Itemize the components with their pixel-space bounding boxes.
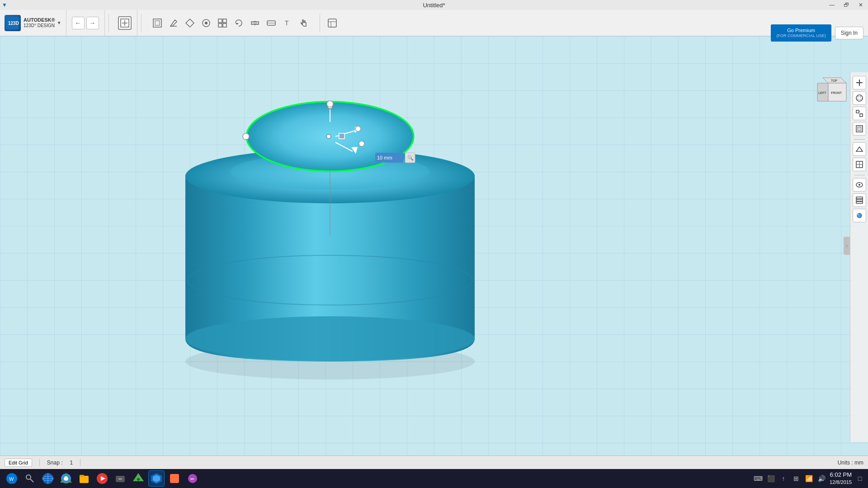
visibility-button[interactable] [853, 178, 866, 192]
render-button[interactable] [853, 209, 866, 222]
right-divider-2 [854, 175, 865, 175]
taskbar-files[interactable] [76, 470, 92, 487]
cylinder-3d[interactable]: 10 mm 🔍 [127, 63, 533, 389]
svg-rect-5 [153, 19, 161, 27]
zoom-in-button[interactable] [853, 76, 866, 89]
logo-dropdown-icon[interactable]: ▼ [57, 20, 61, 25]
svg-rect-74 [856, 202, 863, 203]
svg-line-80 [30, 479, 33, 482]
taskbar-app1[interactable] [130, 470, 146, 487]
taskbar-globe[interactable] [40, 470, 56, 487]
shape-tools-group [113, 10, 137, 36]
svg-rect-73 [856, 199, 863, 201]
grab-tool[interactable] [297, 16, 311, 30]
frame-button[interactable] [853, 122, 866, 136]
restore-button[interactable]: 🗗 [839, 0, 854, 10]
taskbar-app2[interactable] [148, 470, 165, 487]
clock: 6:02 PM 12/8/2015 [830, 471, 852, 485]
grid-tool[interactable] [216, 16, 229, 30]
perspective-button[interactable] [853, 142, 866, 156]
toolbar: 123D AUTODESK® 123D° DESIGN ▼ ← → [0, 10, 868, 36]
svg-point-42 [243, 133, 249, 140]
right-divider [854, 139, 865, 140]
svg-point-36 [326, 134, 331, 139]
left-panel-tab[interactable]: › [844, 237, 850, 255]
svg-point-93 [137, 478, 140, 481]
rotate-tool[interactable] [232, 16, 245, 30]
taskbar-search[interactable] [22, 470, 38, 487]
logo-icon: 123D [5, 15, 21, 31]
pattern-tool[interactable] [199, 16, 213, 30]
status-separator-2 [80, 459, 80, 466]
notification-icon[interactable]: □ [855, 474, 864, 483]
title-bar-left: ▼ [2, 0, 7, 10]
minimize-button[interactable]: — [825, 0, 839, 10]
text-tool[interactable]: T [281, 16, 294, 30]
svg-rect-14 [223, 23, 226, 27]
svg-rect-96 [170, 474, 179, 483]
svg-point-27 [185, 316, 475, 361]
svg-rect-23 [328, 19, 336, 27]
modify-tool[interactable] [183, 16, 197, 30]
logo-area[interactable]: 123D AUTODESK® 123D° DESIGN ▼ [0, 10, 66, 36]
material-tool[interactable] [264, 16, 278, 30]
snap-value: 1 [70, 460, 73, 466]
zoom-fit-button[interactable] [853, 107, 866, 120]
svg-rect-43 [339, 133, 344, 139]
right-controls [850, 72, 868, 442]
taskbar-game[interactable] [112, 470, 128, 487]
svg-text:TOP: TOP [831, 79, 838, 82]
wireframe-button[interactable] [853, 158, 866, 171]
svg-text:10 mm: 10 mm [377, 155, 392, 160]
volume-icon: 🔊 [817, 474, 826, 483]
logo-text: AUTODESK® 123D° DESIGN [24, 17, 55, 28]
close-button[interactable]: ✕ [854, 0, 868, 10]
taskbar-chrome[interactable] [58, 470, 74, 487]
back-button[interactable]: ← [72, 17, 85, 29]
taskbar-app4[interactable]: ✏ [184, 470, 201, 487]
svg-rect-72 [856, 197, 863, 199]
svg-point-60 [856, 97, 863, 99]
svg-rect-13 [218, 23, 222, 27]
snap-label: Snap : [47, 460, 63, 466]
layers-button[interactable] [853, 193, 866, 207]
forward-button[interactable]: → [86, 17, 99, 29]
svg-point-75 [857, 213, 862, 218]
sketch-tool[interactable] [167, 16, 180, 30]
svg-text:W: W [9, 476, 14, 482]
viewport[interactable]: 10 mm 🔍 TOP LEFT FRONT [0, 36, 868, 455]
svg-rect-66 [858, 127, 861, 131]
extra-tool[interactable] [326, 16, 339, 30]
svg-rect-6 [155, 21, 160, 25]
measure-tool[interactable] [248, 16, 262, 30]
window-title: Untitled* [423, 2, 445, 9]
edit-grid-button[interactable]: Edit Grid [5, 459, 32, 467]
go-premium-button[interactable]: Go Premium (FOR COMMERCIAL USE) [771, 24, 831, 42]
svg-point-79 [26, 475, 31, 479]
add-shape-button[interactable] [118, 16, 132, 30]
taskbar-right: ⌨ ⬛ ↑ ⊞ 📶 🔊 6:02 PM 12/8/2015 □ [754, 471, 864, 485]
svg-rect-62 [860, 114, 863, 117]
svg-marker-8 [186, 19, 194, 27]
taskbar-media[interactable] [94, 470, 110, 487]
svg-rect-12 [223, 19, 226, 23]
svg-point-71 [859, 184, 860, 186]
svg-rect-88 [80, 475, 84, 477]
svg-text:✏: ✏ [190, 476, 195, 482]
premium-area: Go Premium (FOR COMMERCIAL USE) Sign In [766, 20, 868, 46]
view-cube[interactable]: TOP LEFT FRONT [814, 74, 846, 107]
orbit-button[interactable] [853, 91, 866, 105]
title-bar: ▼ Untitled* — 🗗 ✕ [0, 0, 868, 10]
signal-icon: 📶 [804, 474, 813, 483]
taskbar-app3[interactable] [166, 470, 183, 487]
units-label: Units : mm [838, 460, 863, 466]
select-tool[interactable] [151, 16, 164, 30]
svg-point-45 [359, 141, 364, 146]
nav-buttons: ← → [66, 10, 105, 36]
sign-in-button[interactable]: Sign In [835, 27, 863, 39]
svg-rect-61 [856, 110, 859, 113]
svg-text:FRONT: FRONT [831, 91, 842, 94]
taskbar-start[interactable]: W [4, 470, 20, 487]
svg-point-44 [355, 126, 361, 131]
status-bar: Edit Grid Snap : 1 Units : mm [0, 455, 868, 469]
